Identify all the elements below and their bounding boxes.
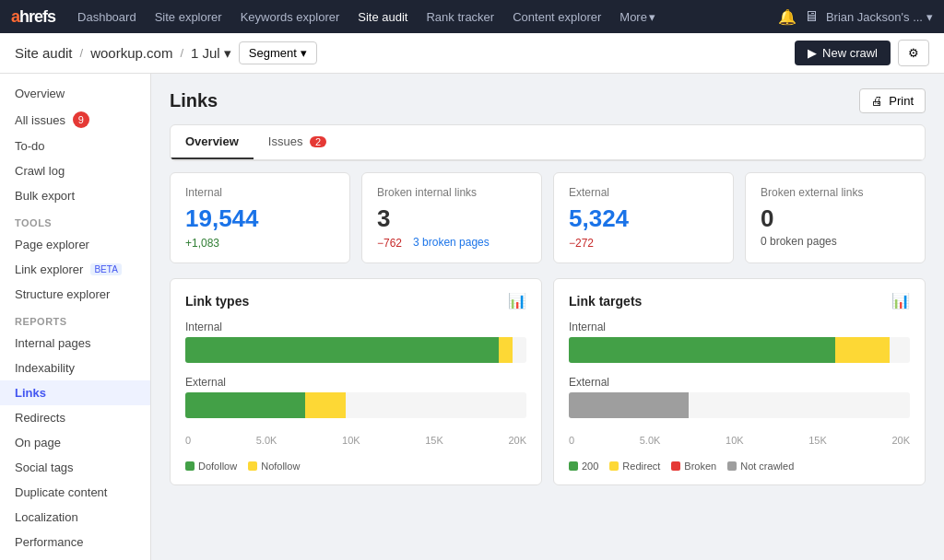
legend-dofollow-label: Dofollow [198,461,237,472]
stat-value-broken-external: 0 [761,204,910,233]
link-types-bar-chart-icon[interactable]: 📊 [508,292,526,309]
sidebar-item-page-explorer[interactable]: Page explorer [0,232,150,257]
legend-broken-label: Broken [684,461,716,472]
stats-row: Internal 19,544 +1,083 Broken internal l… [170,172,926,263]
stat-broken-pages-external: 0 broken pages [761,235,910,248]
bar-target-track-external [569,392,910,418]
bar-target-redirect-internal [835,337,890,363]
nav-content-explorer[interactable]: Content explorer [505,0,608,33]
legend-nofollow-label: Nofollow [261,461,300,472]
bar-segment-dofollow-internal [185,337,499,363]
legend-broken: Broken [671,461,716,472]
sidebar: Overview All issues 9 To-do Crawl log Bu… [0,74,151,560]
sidebar-item-duplicate-content[interactable]: Duplicate content [0,480,150,505]
sidebar-section-reports: REPORTS [0,307,150,331]
legend-200-dot [569,461,578,471]
x-axis-t-5k: 5.0K [640,435,661,446]
tab-overview[interactable]: Overview [171,125,254,159]
breadcrumb-date[interactable]: 1 Jul ▾ [191,45,231,62]
sidebar-item-localization[interactable]: Localization [0,505,150,530]
tab-issues[interactable]: Issues 2 [254,125,341,159]
legend-redirect-label: Redirect [622,461,660,472]
sidebar-item-social-tags[interactable]: Social tags [0,455,150,480]
stat-delta-internal: +1,083 [185,237,335,250]
link-types-bar-internal: Internal [185,321,526,363]
sidebar-item-todo[interactable]: To-do [0,134,150,158]
legend-not-crawled-label: Not crawled [740,461,794,472]
user-menu[interactable]: Brian Jackson's ... ▾ [826,10,933,24]
sidebar-item-overview[interactable]: Overview [0,81,150,106]
link-types-chart-card: Link types 📊 Internal External [170,278,542,485]
page-header: Links 🖨 Print [170,88,926,113]
nav-site-audit[interactable]: Site audit [350,0,415,33]
stat-label-internal: Internal [185,186,335,199]
tab-container: Overview Issues 2 [170,124,926,161]
segment-button[interactable]: Segment ▾ [239,41,317,64]
link-targets-chart-header: Link targets 📊 [569,292,910,309]
notification-icon[interactable]: 🔔 [778,8,796,26]
stat-value-internal: 19,544 [185,204,335,233]
breadcrumb-sep-1: / [80,46,84,60]
sidebar-item-performance[interactable]: Performance [0,530,150,554]
tab-header: Overview Issues 2 [171,125,925,160]
sidebar-item-crawl-log[interactable]: Crawl log [0,158,150,183]
link-targets-x-axis: 0 5.0K 10K 15K 20K [569,431,910,446]
x-axis-t-20k: 20K [891,435,910,446]
legend-not-crawled-dot [727,461,737,471]
nav-keywords-explorer[interactable]: Keywords explorer [233,0,348,33]
x-axis-t-15k: 15K [808,435,827,446]
settings-button[interactable]: ⚙ [898,40,929,66]
issues-badge: 2 [310,136,326,147]
stat-delta-broken-internal: −762 [377,237,402,250]
sidebar-item-link-explorer[interactable]: Link explorer BETA [0,257,150,282]
sidebar-item-internal-pages[interactable]: Internal pages [0,331,150,356]
bar-target-200-internal [569,337,835,363]
bar-target-label-internal: Internal [569,321,910,333]
sidebar-item-redirects[interactable]: Redirects [0,405,150,430]
bar-label-internal: Internal [185,321,526,333]
stat-label-broken-internal: Broken internal links [377,186,526,199]
nav-dashboard[interactable]: Dashboard [70,0,144,33]
print-button[interactable]: 🖨 Print [859,88,926,113]
link-targets-bar-chart: Internal External 0 5.0 [569,321,910,453]
display-icon[interactable]: 🖥 [804,8,819,25]
bar-segment-nofollow-external [305,392,346,418]
breadcrumb-domain[interactable]: woorkup.com [90,45,172,61]
stat-broken-pages-internal[interactable]: 3 broken pages [413,236,490,249]
stat-card-broken-external: Broken external links 0 0 broken pages [745,172,926,263]
sidebar-item-bulk-export[interactable]: Bulk export [0,183,150,208]
x-axis-20k: 20K [508,435,526,446]
link-targets-bar-chart-icon[interactable]: 📊 [891,292,910,309]
legend-redirect-dot [609,461,619,471]
charts-row: Link types 📊 Internal External [170,278,926,485]
legend-200: 200 [569,461,598,472]
link-types-bar-external: External [185,376,526,418]
sidebar-item-all-issues[interactable]: All issues 9 [0,106,150,134]
nav-more[interactable]: More ▾ [612,0,663,33]
breadcrumb-site-audit[interactable]: Site audit [15,45,73,61]
stat-label-broken-external: Broken external links [761,186,910,199]
link-targets-bar-external: External [569,376,910,418]
sidebar-item-on-page[interactable]: On page [0,430,150,455]
x-axis-10k: 10K [342,435,360,446]
bar-target-notcrawled-external [569,392,689,418]
stat-card-internal: Internal 19,544 +1,083 [170,172,350,263]
sidebar-item-links[interactable]: Links [0,380,150,405]
legend-nofollow-dot [248,461,257,471]
nav-rank-tracker[interactable]: Rank tracker [419,0,502,33]
link-types-title: Link types [185,294,249,309]
nav-site-explorer[interactable]: Site explorer [148,0,230,33]
sidebar-item-images[interactable]: Images [0,554,150,560]
legend-broken-dot [671,461,680,471]
play-icon: ▶ [808,46,817,60]
link-types-bar-chart: Internal External 0 [185,321,526,453]
stat-card-external: External 5,324 −272 [553,172,734,263]
sidebar-item-structure-explorer[interactable]: Structure explorer [0,282,150,307]
new-crawl-button[interactable]: ▶ New crawl [795,41,891,65]
x-axis-15k: 15K [425,435,443,446]
legend-dofollow: Dofollow [185,461,237,472]
printer-icon: 🖨 [871,94,883,108]
legend-dofollow-dot [185,461,195,471]
link-types-chart-header: Link types 📊 [185,292,526,309]
sidebar-item-indexability[interactable]: Indexability [0,356,150,380]
